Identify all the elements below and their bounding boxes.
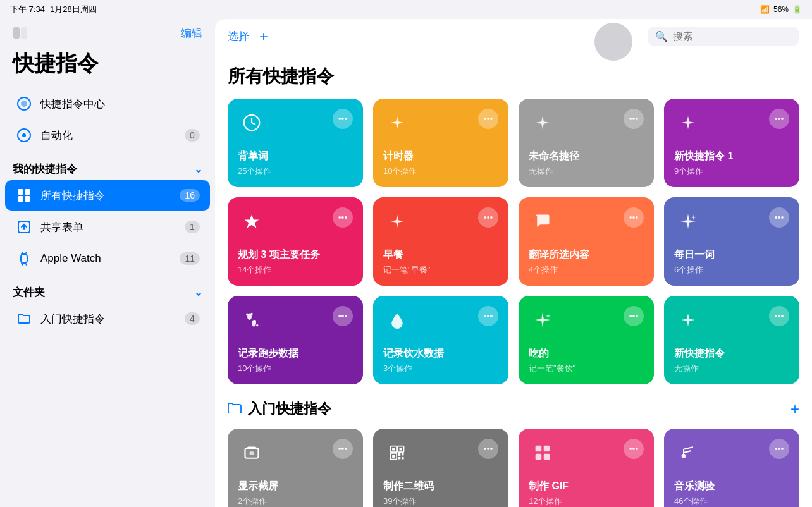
card-bottom: 早餐 记一笔"早餐" <box>383 248 498 276</box>
my-shortcuts-section: 我的快捷指令 ⌄ <box>0 152 215 180</box>
intro-label: 入门快捷指令 <box>40 312 177 326</box>
card-menu-button[interactable]: ••• <box>624 439 644 459</box>
card-menu-button[interactable]: ••• <box>769 207 789 228</box>
card-subtitle: 10个操作 <box>383 166 498 177</box>
card-title: 制作 GIF <box>529 480 644 493</box>
sidebar-item-intro[interactable]: 入门快捷指令 4 <box>5 303 210 334</box>
card-subtitle: 无操作 <box>529 166 644 177</box>
card-bottom: 吃的 记一笔"餐饮" <box>529 347 644 374</box>
card-top: ••• <box>383 306 498 334</box>
card-menu-button[interactable]: ••• <box>478 109 498 129</box>
my-shortcuts-chevron[interactable]: ⌄ <box>194 163 202 175</box>
card-qrcode[interactable]: ••• 制作二维码 39个操作 <box>373 429 508 507</box>
card-title: 音乐测验 <box>674 480 789 493</box>
add-button[interactable]: + <box>259 29 268 44</box>
search-bar: 🔍 <box>648 27 799 46</box>
card-timer[interactable]: ••• 计时器 10个操作 <box>373 99 508 187</box>
card-eat[interactable]: ••• 吃的 记一笔"餐饮" <box>519 296 654 384</box>
automation-badge: 0 <box>185 129 200 142</box>
card-menu-button[interactable]: ••• <box>333 306 353 326</box>
main-section-title: 所有快捷指令 <box>228 64 799 89</box>
avatar[interactable] <box>594 23 632 61</box>
sidebar-item-automation[interactable]: 自动化 0 <box>5 120 210 150</box>
svg-point-5 <box>22 133 26 137</box>
card-top: ••• <box>674 439 789 467</box>
card-screenshot[interactable]: ••• 显示截屏 2个操作 <box>228 429 363 507</box>
select-button[interactable]: 选择 <box>228 29 249 44</box>
card-menu-button[interactable]: ••• <box>769 109 789 129</box>
sidebar-toggle-button[interactable] <box>10 24 30 42</box>
card-menu-button[interactable]: ••• <box>624 109 644 129</box>
folders-section: 文件夹 ⌄ <box>0 275 215 303</box>
card-word-of-day[interactable]: ••• 每日一词 6个操作 <box>664 197 799 286</box>
card-icon-drop <box>383 306 411 334</box>
sidebar-edit-button[interactable]: 编辑 <box>181 26 202 40</box>
main-cards-grid: ••• 背单词 25个操作 ••• 计时器 10个操作 <box>228 99 799 384</box>
svg-rect-35 <box>398 457 400 460</box>
all-shortcuts-label: 所有快捷指令 <box>40 188 172 203</box>
card-menu-button[interactable]: ••• <box>333 439 353 459</box>
card-gif[interactable]: ••• 制作 GIF 12个操作 <box>519 429 654 507</box>
card-menu-button[interactable]: ••• <box>478 207 498 228</box>
card-unnamed[interactable]: ••• 未命名捷径 无操作 <box>519 99 654 187</box>
card-menu-button[interactable]: ••• <box>478 439 498 459</box>
card-subtitle: 6个操作 <box>674 264 789 276</box>
search-icon: 🔍 <box>655 30 668 42</box>
shortcuts-center-label: 快捷指令中心 <box>40 97 200 111</box>
svg-point-24 <box>256 324 259 327</box>
shared-icon <box>15 218 33 236</box>
automation-label: 自动化 <box>40 128 177 143</box>
card-plan-tasks[interactable]: ••• 规划 3 项主要任务 14个操作 <box>228 197 363 286</box>
card-icon-music <box>674 439 702 467</box>
card-menu-button[interactable]: ••• <box>333 109 353 129</box>
card-new-shortcut[interactable]: ••• 新快捷指令 无操作 <box>664 296 799 384</box>
card-top: ••• <box>529 109 644 137</box>
folders-chevron[interactable]: ⌄ <box>194 286 202 298</box>
card-back-vocab[interactable]: ••• 背单词 25个操作 <box>228 99 363 187</box>
svg-point-23 <box>254 320 257 322</box>
card-menu-button[interactable]: ••• <box>624 306 644 326</box>
card-top: ••• <box>238 439 353 467</box>
sidebar-item-shared[interactable]: 共享表单 1 <box>5 212 210 242</box>
sidebar-item-shortcuts-center[interactable]: 快捷指令中心 <box>5 89 210 119</box>
card-new-shortcut-1[interactable]: ••• 新快捷指令 1 9个操作 <box>664 99 799 187</box>
status-bar-left: 下午 7:34 1月28日周四 <box>10 4 97 15</box>
apple-watch-label: Apple Watch <box>40 252 172 265</box>
card-record-water[interactable]: ••• 记录饮水数据 3个操作 <box>373 296 508 384</box>
card-menu-button[interactable]: ••• <box>478 306 498 326</box>
card-menu-button[interactable]: ••• <box>333 207 353 228</box>
card-icon-spark <box>383 109 411 137</box>
content-body: 所有快捷指令 ••• 背单词 25个操作 ••• 计时器 <box>215 54 812 507</box>
svg-line-18 <box>252 123 255 125</box>
card-record-run[interactable]: ••• 记录跑步数据 10个操作 <box>228 296 363 384</box>
card-music-test[interactable]: ••• 音乐测验 46个操作 <box>664 429 799 507</box>
card-menu-button[interactable]: ••• <box>624 207 644 228</box>
folder-add-button[interactable]: + <box>790 400 799 418</box>
card-top: ••• <box>529 306 644 334</box>
search-input[interactable] <box>673 31 799 42</box>
status-bar-right: 📶 56% 🔋 <box>760 5 802 14</box>
card-menu-button[interactable]: ••• <box>769 439 789 459</box>
card-menu-button[interactable]: ••• <box>769 306 789 326</box>
card-subtitle: 10个操作 <box>238 363 353 374</box>
svg-point-3 <box>21 101 27 107</box>
card-icon-spark <box>674 109 702 137</box>
card-breakfast[interactable]: ••• 早餐 记一笔"早餐" <box>373 197 508 286</box>
card-top: ••• <box>383 439 498 467</box>
card-translate[interactable]: ••• 翻译所选内容 4个操作 <box>519 197 654 286</box>
card-icon-spark <box>674 306 702 334</box>
sidebar-item-all[interactable]: 所有快捷指令 16 <box>5 180 210 211</box>
sidebar-item-apple-watch[interactable]: Apple Watch 11 <box>5 243 210 274</box>
svg-rect-36 <box>402 457 404 460</box>
card-subtitle: 3个操作 <box>383 363 498 374</box>
folder-section-header: 入门快捷指令 + <box>228 400 799 418</box>
battery-icon: 🔋 <box>792 5 802 14</box>
wifi-icon: 📶 <box>760 5 770 14</box>
card-title: 吃的 <box>529 347 644 360</box>
card-top: ••• <box>674 109 789 137</box>
shared-label: 共享表单 <box>40 220 177 235</box>
svg-rect-7 <box>25 189 30 195</box>
card-title: 记录饮水数据 <box>383 347 498 360</box>
card-bottom: 背单词 25个操作 <box>238 150 353 177</box>
card-subtitle: 记一笔"早餐" <box>383 264 498 276</box>
